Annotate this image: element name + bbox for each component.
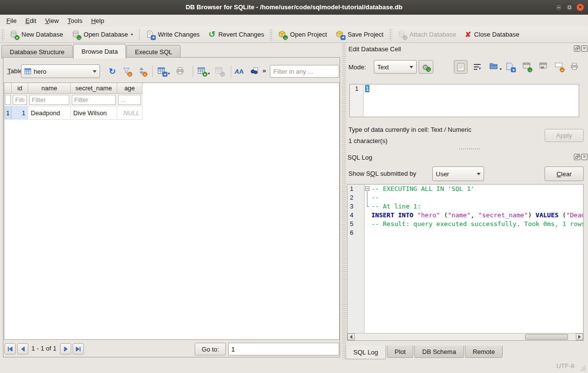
edit-display-format-button[interactable]: AA <box>233 65 245 78</box>
minimize-button[interactable]: – <box>555 3 563 11</box>
tab-sql-log[interactable]: SQL Log <box>345 346 386 359</box>
toolbar-overflow-icon[interactable]: » <box>263 67 266 74</box>
sql-log-line: 5-- Result: query executed successfully.… <box>347 220 583 228</box>
menu-help[interactable]: Help <box>87 16 109 26</box>
mode-selector[interactable]: Text <box>374 60 417 74</box>
open-in-external-button[interactable]: → <box>521 61 533 73</box>
set-null-button[interactable]: − <box>553 61 565 73</box>
clear-log-button[interactable]: Clear <box>545 166 584 181</box>
auto-switch-mode-button[interactable]: ⚙ → <box>419 60 433 74</box>
dock-splitter[interactable] <box>459 147 480 150</box>
open-database-button[interactable]: → Open Database ▾ <box>67 28 137 41</box>
import-data-button[interactable]: ▾ <box>488 61 500 73</box>
export-data-button[interactable] <box>505 61 516 73</box>
panel-splitter[interactable] <box>342 43 346 359</box>
cell-age[interactable]: NULL <box>117 106 142 120</box>
text-mode-button[interactable] <box>454 60 467 74</box>
find-in-table-button[interactable] <box>248 65 261 78</box>
export-table-button[interactable]: ▾ <box>156 65 168 78</box>
last-record-button[interactable] <box>73 343 84 354</box>
close-button[interactable]: ✕ <box>576 3 584 11</box>
tab-plot[interactable]: Plot <box>387 346 413 358</box>
print-table-button[interactable] <box>174 65 187 78</box>
menu-edit[interactable]: Edit <box>21 16 41 26</box>
clear-sorting-button[interactable]: − <box>136 65 148 78</box>
maximize-button[interactable] <box>566 3 573 11</box>
menu-view[interactable]: View <box>41 16 63 26</box>
tab-browse-data[interactable]: Browse Data <box>73 44 126 59</box>
refresh-icon: ↻ <box>109 66 116 77</box>
filter-secret-name-input[interactable] <box>72 95 116 105</box>
show-sql-label: Show SQL submitted by <box>348 170 416 177</box>
menu-tools[interactable]: Tools <box>63 16 86 26</box>
link-icon: ∞ <box>539 62 548 71</box>
menu-file[interactable]: File <box>2 16 21 26</box>
column-header-age[interactable]: age <box>117 83 142 94</box>
previous-record-button[interactable] <box>17 343 28 354</box>
sql-log-view[interactable]: 1−-- EXECUTING ALL IN 'SQL 1'2--3-- At l… <box>347 184 584 341</box>
external-window-icon: → <box>523 62 531 71</box>
tab-execute-sql[interactable]: Execute SQL <box>126 45 181 59</box>
chevron-down-icon: ▾ <box>168 71 170 76</box>
column-header-secret-name[interactable]: secret_name <box>71 83 117 94</box>
clear-filters-button[interactable]: − <box>121 65 133 78</box>
write-changes-button[interactable]: Write Changes <box>142 28 204 41</box>
editor-line-number: 1 <box>350 84 364 93</box>
filter-id-input[interactable] <box>5 95 11 105</box>
scroll-right-button[interactable] <box>576 333 583 340</box>
close-dock-button[interactable]: ✕ <box>581 154 588 160</box>
cell-secret-name[interactable]: Dive Wilson <box>71 106 117 120</box>
column-header-name[interactable]: name <box>28 83 71 94</box>
open-database-dropdown-icon[interactable]: ▾ <box>131 32 133 37</box>
sql-source-selector[interactable]: User <box>432 166 484 181</box>
new-database-button[interactable]: + New Database <box>5 28 67 41</box>
grid-corner <box>4 83 12 94</box>
float-dock-button[interactable] <box>574 45 580 52</box>
set-null-icon: − <box>555 62 564 71</box>
goto-button[interactable]: Go to: <box>195 343 226 355</box>
grid-header-row: id name secret_name age <box>4 83 339 94</box>
resize-grip[interactable] <box>580 365 587 372</box>
mode-selected-value: Text <box>377 63 389 71</box>
printer-icon <box>176 67 185 76</box>
last-record-icon <box>76 347 81 352</box>
goto-record-input[interactable] <box>228 343 339 355</box>
tab-db-schema[interactable]: DB Schema <box>414 346 464 358</box>
filter-name-input[interactable] <box>29 95 69 105</box>
first-record-button[interactable] <box>4 343 16 354</box>
close-database-button[interactable]: ✘ Close Database <box>461 28 524 41</box>
tab-remote[interactable]: Remote <box>465 346 503 358</box>
scrollbar-thumb[interactable] <box>525 334 568 340</box>
insert-record-icon: + ▾ <box>198 67 206 76</box>
float-dock-button[interactable] <box>574 154 580 160</box>
close-dock-button[interactable]: ✕ <box>581 45 588 52</box>
save-project-button[interactable]: Save Project <box>331 28 388 41</box>
scroll-left-button[interactable] <box>347 333 355 340</box>
titlebar[interactable]: DB Browser for SQLite - /home/user/code/… <box>0 0 588 15</box>
revert-changes-button[interactable]: ↺ Revert Changes <box>204 28 268 41</box>
cell-id[interactable]: 1 <box>12 106 28 120</box>
cell-editor[interactable]: 1 1 <box>349 84 579 117</box>
filter-any-column-input[interactable] <box>270 65 339 78</box>
table-selector[interactable]: hero <box>21 64 100 78</box>
copy-link-button[interactable]: ∞ <box>538 61 549 73</box>
row-header[interactable]: 1 <box>4 106 12 120</box>
edit-cell-dock-title: Edit Database Cell <box>348 45 401 53</box>
refresh-button[interactable]: ↻ <box>106 65 119 78</box>
column-header-id[interactable]: id <box>12 83 28 94</box>
tab-database-structure[interactable]: Database Structure <box>1 45 73 59</box>
word-wrap-button[interactable] <box>471 61 483 73</box>
sql-log-line: 2-- <box>347 193 583 202</box>
filter-age-input[interactable] <box>118 95 141 105</box>
sql-log-line: 4INSERT INTO "hero" ("name", "secret_nam… <box>347 211 583 220</box>
next-record-button[interactable] <box>60 343 71 354</box>
filter-name-input[interactable] <box>13 95 27 105</box>
open-project-button[interactable]: → Open Project <box>274 28 331 41</box>
horizontal-scrollbar[interactable] <box>347 333 583 340</box>
insert-record-button[interactable]: + ▾ <box>196 65 208 78</box>
cell-name[interactable]: Deadpond <box>28 106 71 120</box>
fold-collapse-icon[interactable]: − <box>365 186 369 191</box>
clear-sorting-icon: − <box>138 67 146 76</box>
open-database-icon: → <box>72 30 81 39</box>
print-cell-button[interactable] <box>569 61 581 73</box>
